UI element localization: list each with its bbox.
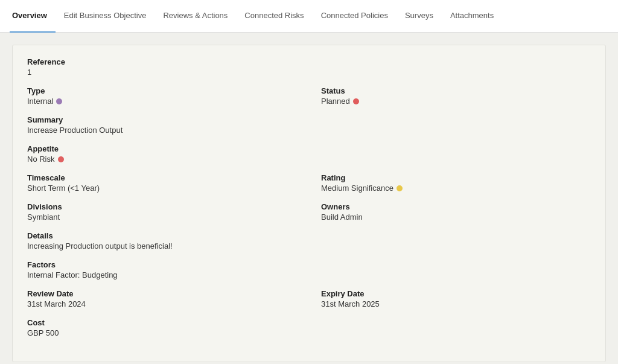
appetite-label: Appetite <box>27 144 591 153</box>
reference-value: 1 <box>27 68 591 77</box>
divisions-value: Symbiant <box>27 212 297 222</box>
cost-label: Cost <box>27 318 591 327</box>
rating-text: Medium Significance <box>321 184 393 193</box>
summary-label: Summary <box>27 115 591 124</box>
field-divisions: Divisions Symbiant <box>27 202 297 222</box>
type-dot-icon <box>56 98 62 104</box>
field-type: Type Internal <box>27 86 297 106</box>
type-text: Internal <box>27 97 53 106</box>
expiry-date-label: Expiry Date <box>321 289 591 298</box>
field-status: Status Planned <box>321 86 591 106</box>
appetite-text: No Risk <box>27 155 55 164</box>
rating-dot-icon <box>397 185 403 191</box>
review-date-value: 31st March 2024 <box>27 299 297 308</box>
rating-value: Medium Significance <box>321 184 591 193</box>
field-rating: Rating Medium Significance <box>321 173 591 193</box>
field-details: Details Increasing Production output is … <box>27 231 591 251</box>
tab-connected-risks[interactable]: Connected Risks <box>236 0 312 33</box>
details-label: Details <box>27 231 591 240</box>
type-value: Internal <box>27 97 297 106</box>
cost-value: GBP 500 <box>27 328 591 337</box>
expiry-date-value: 31st March 2025 <box>321 299 591 308</box>
tab-bar: OverviewEdit Business ObjectiveReviews &… <box>0 0 618 33</box>
content-area: Reference 1 Type Internal Status Planned <box>0 33 618 364</box>
field-appetite: Appetite No Risk <box>27 144 591 164</box>
appetite-value: No Risk <box>27 155 591 164</box>
field-owners: Owners Build Admin <box>321 202 591 222</box>
field-summary: Summary Increase Production Output <box>27 115 591 135</box>
divisions-label: Divisions <box>27 202 297 211</box>
summary-value: Increase Production Output <box>27 126 591 135</box>
status-text: Planned <box>321 97 350 106</box>
tab-surveys[interactable]: Surveys <box>397 0 442 33</box>
owners-value: Build Admin <box>321 212 591 222</box>
review-date-label: Review Date <box>27 289 297 298</box>
field-review-date: Review Date 31st March 2024 <box>27 289 297 308</box>
field-timescale: Timescale Short Term (<1 Year) <box>27 173 297 193</box>
field-factors: Factors Internal Factor: Budgeting <box>27 260 591 279</box>
reference-label: Reference <box>27 57 591 66</box>
timescale-label: Timescale <box>27 173 297 182</box>
status-value: Planned <box>321 97 591 106</box>
factors-label: Factors <box>27 260 591 269</box>
field-expiry-date: Expiry Date 31st March 2025 <box>321 289 591 308</box>
tab-overview[interactable]: Overview <box>10 0 56 33</box>
tab-attachments[interactable]: Attachments <box>442 0 502 33</box>
tab-reviews-actions[interactable]: Reviews & Actions <box>154 0 236 33</box>
details-value: Increasing Production output is benefici… <box>27 241 591 251</box>
owners-label: Owners <box>321 202 591 211</box>
timescale-value: Short Term (<1 Year) <box>27 184 297 193</box>
detail-card: Reference 1 Type Internal Status Planned <box>12 45 606 362</box>
status-label: Status <box>321 86 591 95</box>
tab-edit-business-objective[interactable]: Edit Business Objective <box>56 0 155 33</box>
field-cost: Cost GBP 500 <box>27 318 591 337</box>
factors-value: Internal Factor: Budgeting <box>27 270 591 279</box>
tab-connected-policies[interactable]: Connected Policies <box>313 0 397 33</box>
type-label: Type <box>27 86 297 95</box>
appetite-dot-icon <box>58 156 64 162</box>
field-reference: Reference 1 <box>27 57 591 77</box>
status-dot-icon <box>353 98 359 104</box>
rating-label: Rating <box>321 173 591 182</box>
